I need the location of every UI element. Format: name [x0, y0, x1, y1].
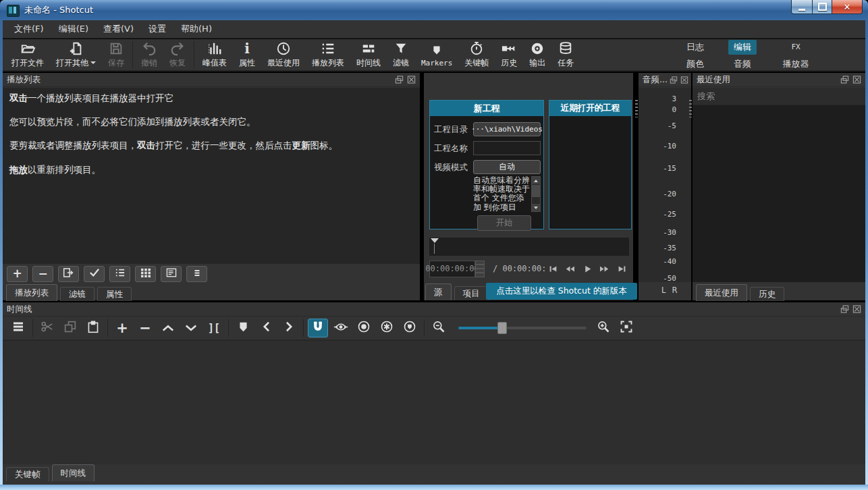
prev-marker-button[interactable]	[256, 319, 276, 337]
properties-button[interactable]: i 属性	[233, 40, 261, 70]
play-button[interactable]	[580, 262, 595, 275]
filters-button[interactable]: 滤镜	[387, 40, 415, 70]
timecode-stepper[interactable]	[475, 261, 485, 277]
float-panel-icon[interactable]	[669, 76, 678, 84]
ripple-delete-button[interactable]: −	[135, 319, 155, 337]
playhead-icon[interactable]	[431, 238, 439, 243]
tab-keyframes[interactable]: 关键帧	[6, 467, 49, 481]
next-marker-button[interactable]	[279, 319, 299, 337]
splitter-handle[interactable]	[689, 100, 692, 117]
menu-settings[interactable]: 设置	[141, 20, 173, 38]
timeline-button[interactable]: 时间线	[350, 40, 387, 70]
hint-scrollbar[interactable]	[531, 176, 541, 212]
snap-toggle-button[interactable]	[308, 319, 328, 337]
tab-filters[interactable]: 滤镜	[60, 287, 94, 301]
tab-timeline[interactable]: 时间线	[52, 464, 95, 481]
timeline-zoom-slider[interactable]	[458, 321, 587, 335]
cut-button[interactable]	[37, 319, 57, 337]
tab-source[interactable]: 源	[425, 283, 452, 300]
update-notification-button[interactable]: 点击这里以检查 Shotcut 的新版本	[486, 283, 637, 300]
scrollbar-thumb[interactable]	[532, 185, 540, 197]
marker-button[interactable]	[233, 319, 253, 337]
menu-view[interactable]: 查看(V)	[96, 20, 141, 38]
save-button[interactable]: 保存	[102, 40, 130, 70]
playlist-add-button[interactable]: +	[7, 266, 28, 282]
layout-player-button[interactable]: 播放器	[778, 57, 815, 72]
menu-help[interactable]: 帮助(H)	[173, 20, 219, 38]
splitter-handle[interactable]	[635, 100, 638, 117]
playlist-view-grid-button[interactable]	[135, 266, 156, 282]
scroll-down-icon[interactable]	[532, 204, 540, 211]
ripple-markers-button[interactable]	[400, 319, 420, 337]
menu-file[interactable]: 文件(F)	[7, 20, 51, 38]
float-panel-icon[interactable]	[394, 76, 404, 84]
layout-audio-button[interactable]: 音频	[728, 57, 757, 72]
playlist-menu-button[interactable]	[186, 266, 207, 282]
menu-edit[interactable]: 编辑(E)	[51, 20, 96, 38]
redo-button[interactable]: 恢复	[163, 40, 192, 70]
scrub-while-dragging-button[interactable]	[331, 319, 351, 337]
paste-button[interactable]	[83, 319, 103, 337]
video-mode-button[interactable]: 自动	[473, 160, 541, 174]
lift-button[interactable]	[158, 319, 178, 337]
ripple-all-tracks-button[interactable]	[377, 319, 397, 337]
overwrite-button[interactable]	[181, 319, 201, 337]
layout-logging-button[interactable]: 日志	[681, 40, 709, 55]
playlist-view-details-button[interactable]	[161, 266, 182, 282]
player-scrubber[interactable]	[429, 238, 629, 256]
close-panel-icon[interactable]	[406, 76, 416, 84]
playlist-check-button[interactable]	[84, 266, 105, 282]
layout-color-button[interactable]: 颜色	[681, 57, 709, 72]
project-name-input[interactable]	[473, 141, 541, 155]
zoom-fit-button[interactable]	[616, 319, 636, 337]
fast-forward-button[interactable]	[597, 262, 612, 275]
project-dir-button[interactable]: ···\xiaoh\Videos	[473, 122, 541, 136]
timeline-tracks-area[interactable]	[3, 339, 865, 464]
playlist-remove-button[interactable]: −	[32, 266, 53, 282]
playlist-view-list-button[interactable]	[109, 266, 130, 282]
search-input[interactable]	[693, 88, 865, 105]
recent-button[interactable]: 最近使用	[261, 40, 306, 70]
copy-button[interactable]	[60, 319, 80, 337]
minimize-button[interactable]	[791, 0, 813, 14]
close-panel-icon[interactable]	[852, 305, 861, 314]
close-button[interactable]: ✕	[832, 0, 863, 14]
peak-meter-button[interactable]: 峰值表	[196, 40, 233, 70]
start-button[interactable]: 开始	[477, 215, 531, 231]
maximize-button[interactable]	[813, 0, 832, 14]
tab-history[interactable]: 历史	[750, 287, 784, 301]
scroll-up-icon[interactable]	[532, 177, 540, 184]
tab-recent[interactable]: 最近使用	[696, 284, 747, 301]
zoom-out-button[interactable]	[429, 319, 449, 337]
tab-properties[interactable]: 属性	[97, 287, 132, 301]
close-panel-icon[interactable]	[852, 76, 861, 84]
zoom-in-button[interactable]	[593, 319, 614, 337]
keyframes-button[interactable]: 关键帧	[458, 40, 495, 70]
history-button[interactable]: 历史	[495, 40, 523, 70]
tab-project[interactable]: 项目	[454, 286, 489, 300]
playlist-update-button[interactable]	[58, 266, 79, 282]
split-button[interactable]: ][	[204, 319, 224, 337]
playlist-button[interactable]: 播放列表	[306, 40, 350, 70]
open-file-button[interactable]: 打开文件	[5, 40, 50, 70]
undo-button[interactable]: 撤销	[135, 40, 163, 70]
recent-projects-list[interactable]	[549, 116, 631, 229]
recent-list[interactable]	[693, 105, 865, 282]
open-other-button[interactable]: 打开其他	[50, 40, 102, 70]
jobs-button[interactable]: 任务	[551, 40, 580, 70]
layout-fx-button[interactable]: FX	[786, 41, 805, 53]
markers-button[interactable]: Markers	[415, 41, 458, 69]
slider-thumb[interactable]	[497, 322, 507, 334]
skip-start-button[interactable]	[545, 262, 560, 275]
append-button[interactable]: +	[112, 319, 132, 337]
skip-end-button[interactable]	[614, 262, 629, 275]
tab-playlist[interactable]: 播放列表	[6, 284, 57, 301]
timecode-field[interactable]: 00:00:00:00	[429, 261, 475, 277]
timeline-menu-button[interactable]	[8, 319, 28, 337]
layout-editing-button[interactable]: 编辑	[728, 40, 757, 55]
rewind-button[interactable]	[563, 262, 578, 275]
float-panel-icon[interactable]	[840, 76, 849, 84]
export-button[interactable]: 输出	[523, 40, 551, 70]
close-panel-icon[interactable]	[680, 76, 689, 84]
float-panel-icon[interactable]	[840, 305, 849, 314]
